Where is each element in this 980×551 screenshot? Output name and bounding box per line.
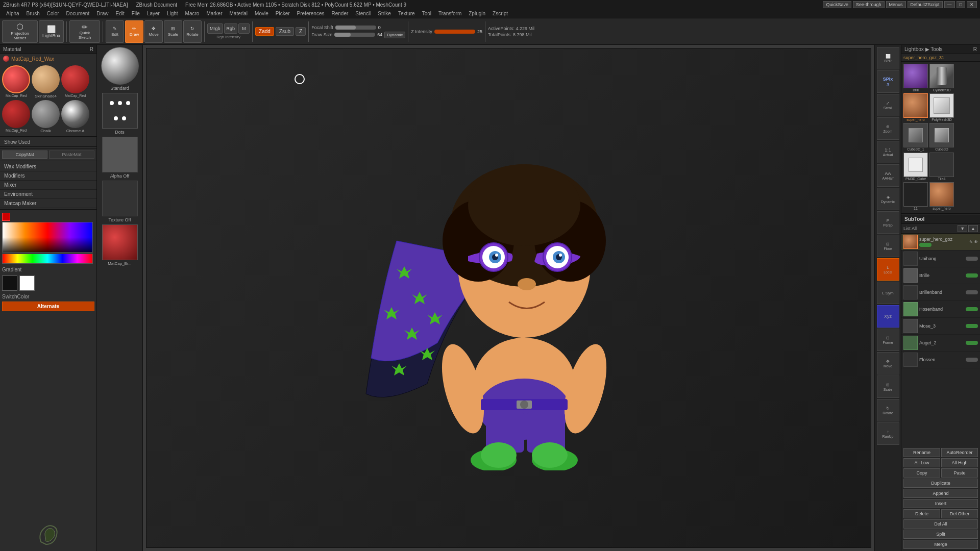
subtool-item-flossen[interactable]: Flossen	[901, 352, 980, 368]
subtool-toggle-brille[interactable]	[966, 273, 978, 278]
split-button[interactable]: Split	[903, 530, 978, 539]
menu-marker[interactable]: Marker	[203, 10, 225, 17]
quicksave-button[interactable]: QuickSave	[823, 1, 851, 8]
subtool-item-hosenband[interactable]: Hosenband	[901, 301, 980, 318]
tool-thumb-polymesh[interactable]: PolyMesh3D	[929, 93, 954, 121]
swatch-0[interactable]	[2, 65, 30, 93]
subtool-down-button[interactable]: ▼	[958, 225, 967, 232]
subtool-toggle-flossen[interactable]	[966, 358, 978, 362]
z-button[interactable]: Z	[296, 27, 306, 36]
subtool-edit-superhero[interactable]: ✎	[969, 240, 973, 244]
ranup-button[interactable]: ↑ RanUp	[877, 422, 899, 445]
mixer-section[interactable]: Mixer	[0, 181, 96, 190]
menu-zplugin[interactable]: Zplugin	[465, 10, 488, 17]
menu-macro[interactable]: Macro	[182, 10, 203, 17]
subtool-toggle-hosenband[interactable]	[966, 307, 978, 311]
menu-tool[interactable]: Tool	[419, 10, 434, 17]
z-intensity-slider[interactable]	[434, 30, 475, 34]
lsym-button[interactable]: L Sym	[877, 282, 899, 304]
color-swatch-white[interactable]	[19, 276, 35, 291]
foreground-color-swatch[interactable]	[2, 213, 10, 221]
subtool-toggle-superhero[interactable]	[919, 243, 932, 247]
bpr-button[interactable]: ⬜ BPR	[877, 47, 899, 69]
menu-transform[interactable]: Transform	[435, 10, 464, 17]
append-button[interactable]: Append	[903, 489, 978, 498]
subtool-item-unihang[interactable]: Unihang	[901, 251, 980, 267]
menu-material[interactable]: Material	[227, 10, 251, 17]
all-low-button[interactable]: All Low	[903, 458, 940, 467]
tool-thumb-superhero2[interactable]: super_hero	[929, 182, 954, 210]
subtool-item-brillenband[interactable]: Brillenband	[901, 284, 980, 301]
lightbox-button[interactable]: ⬜ LightBox	[39, 20, 64, 43]
tool-thumb-superhero[interactable]: super_hero	[903, 93, 928, 121]
menu-strike[interactable]: Strike	[375, 10, 394, 17]
spix-button[interactable]: SPix 3	[877, 70, 899, 93]
menu-zscript[interactable]: Zscript	[489, 10, 511, 17]
m-button[interactable]: M	[238, 23, 250, 34]
subtool-toggle-auget2[interactable]	[966, 341, 978, 345]
move-button[interactable]: ✥ Move	[144, 20, 163, 43]
menu-draw[interactable]: Draw	[93, 10, 111, 17]
focal-shift-slider[interactable]	[335, 26, 376, 30]
menu-texture[interactable]: Texture	[395, 10, 418, 17]
swatch-3[interactable]	[2, 100, 30, 128]
subtool-toggle-mose3[interactable]	[966, 324, 978, 328]
mat-thumb-alpha-off[interactable]: Alpha Off	[102, 137, 138, 179]
alternate-button[interactable]: Alternate	[2, 302, 94, 311]
duplicate-button[interactable]: Duplicate	[903, 479, 978, 488]
swatch-2[interactable]	[61, 65, 89, 93]
menus-button[interactable]: Menus	[886, 1, 906, 8]
color-swatch-black[interactable]	[2, 276, 17, 291]
paste-subtool-button[interactable]: Paste	[941, 468, 978, 478]
modifiers-section[interactable]: Modifiers	[0, 171, 96, 181]
rgb-button[interactable]: Rgb	[224, 23, 238, 34]
subtool-item-brille[interactable]: Brille	[901, 267, 980, 284]
swatch-4[interactable]	[32, 100, 60, 128]
swatch-5[interactable]	[61, 100, 89, 128]
subtool-up-button[interactable]: ▲	[968, 225, 978, 232]
swatch-item-3[interactable]: MatCap_Red	[2, 100, 30, 133]
hue-slider[interactable]	[2, 254, 93, 264]
rotate-strip-button[interactable]: ↻ Rotate	[877, 399, 899, 421]
matcap-maker-section[interactable]: Matcap Maker	[0, 199, 96, 208]
minimize-button[interactable]: —	[944, 1, 955, 8]
show-used-button[interactable]: Show Used	[0, 138, 96, 147]
menu-light[interactable]: Light	[164, 10, 181, 17]
swatch-item-0[interactable]: MatCap_Red	[2, 65, 30, 98]
draw-button[interactable]: ✏ Draw	[125, 20, 143, 43]
maximize-button[interactable]: □	[957, 1, 965, 8]
tool-thumb-11[interactable]: 11	[903, 182, 928, 210]
see-through-button[interactable]: See-through	[853, 1, 885, 8]
scroll-button[interactable]: ⤢ Scroll	[877, 94, 899, 116]
quick-sketch-button[interactable]: ✏ QuickSketch	[69, 20, 100, 43]
delete-button[interactable]: Delete	[903, 509, 940, 518]
close-button[interactable]: ✕	[967, 1, 977, 8]
zoom-button[interactable]: ⊕ Zoom	[877, 117, 899, 140]
scale-button[interactable]: ⊞ Scale	[164, 20, 182, 43]
floor-button[interactable]: ⊟ Floor	[877, 235, 899, 257]
tool-thumb-cube3d1[interactable]: Cube3D_1	[903, 123, 928, 151]
all-high-button[interactable]: All High	[941, 458, 978, 467]
menu-preferences[interactable]: Preferences	[294, 10, 328, 17]
del-other-button[interactable]: Del Other	[941, 509, 978, 518]
rename-button[interactable]: Rename	[903, 448, 940, 457]
swatch-item-1[interactable]: SkinShade4	[32, 65, 60, 98]
subtool-vis-superhero[interactable]: 👁	[974, 240, 978, 244]
merge-button[interactable]: Merge	[903, 540, 978, 549]
scale-strip-button[interactable]: ⊞ Scale	[877, 375, 899, 398]
mat-thumb-texture-off[interactable]: Texture Off	[102, 181, 138, 222]
draw-size-slider[interactable]	[334, 33, 375, 37]
tool-thumb-tile4[interactable]: Tile4	[929, 153, 954, 181]
rotate-button[interactable]: ↻ Rotate	[183, 20, 202, 43]
menu-edit[interactable]: Edit	[113, 10, 128, 17]
mat-thumb-dots[interactable]: Dots	[102, 93, 138, 135]
mat-thumb-matcap[interactable]: MatCap_Br...	[102, 224, 138, 266]
menu-color[interactable]: Color	[44, 10, 62, 17]
move-strip-button[interactable]: ✥ Move	[877, 352, 899, 374]
tool-thumb-pm3d[interactable]: PM3D_Cube	[903, 153, 928, 181]
tool-thumb-brill[interactable]: Brill	[903, 64, 928, 92]
del-all-button[interactable]: Del All	[903, 519, 978, 529]
subtool-item-mose3[interactable]: Mose_3	[901, 318, 980, 335]
swatch-item-2[interactable]: MatCap_Red	[61, 65, 89, 98]
wax-modifiers-section[interactable]: Wax Modifiers	[0, 162, 96, 171]
